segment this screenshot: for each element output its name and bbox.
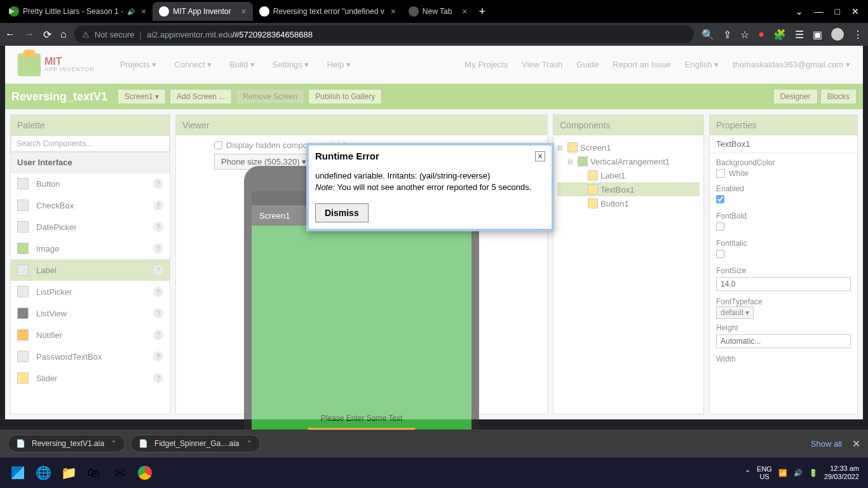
search-components-input[interactable] [11, 135, 170, 152]
address-bar[interactable]: ⚠ Not secure | ai2.appinventor.mit.edu/#… [74, 25, 695, 43]
prop-height-input[interactable] [716, 334, 851, 348]
palette-item-image[interactable]: Image? [11, 238, 170, 259]
start-button[interactable] [5, 460, 31, 485]
extensions-icon[interactable]: 🧩 [773, 29, 786, 41]
collapse-icon[interactable]: ⊟ [567, 158, 575, 165]
prop-fontsize-input[interactable] [716, 277, 851, 291]
tree-screen1[interactable]: ⊟Screen1 [557, 140, 700, 154]
palette-category[interactable]: User Interface [11, 152, 170, 173]
dismiss-button[interactable]: Dismiss [315, 203, 369, 222]
palette-item-button[interactable]: Button? [11, 173, 170, 194]
explorer-icon[interactable]: 📁 [56, 460, 81, 485]
chevron-up-icon[interactable]: ⌃ [246, 439, 252, 448]
help-icon[interactable]: ? [153, 179, 163, 189]
menu-connect[interactable]: Connect ▾ [174, 60, 212, 69]
help-icon[interactable]: ? [153, 330, 163, 340]
show-all-downloads[interactable]: Show all [811, 439, 842, 449]
close-icon[interactable]: ✕ [851, 6, 859, 17]
close-icon[interactable]: × [462, 6, 467, 17]
minimize-icon[interactable]: — [815, 6, 824, 17]
help-icon[interactable]: ? [153, 287, 163, 297]
profile-icon[interactable] [831, 28, 844, 41]
publish-button[interactable]: Publish to Gallery [308, 89, 382, 104]
help-icon[interactable]: ? [153, 308, 163, 318]
help-icon[interactable]: ? [153, 351, 163, 362]
menu-settings[interactable]: Settings ▾ [273, 60, 309, 69]
palette-item-slider[interactable]: Slider? [11, 367, 170, 389]
home-icon[interactable]: ⌂ [60, 29, 67, 40]
help-icon[interactable]: ? [153, 373, 163, 383]
tab-new-tab[interactable]: New Tab × [402, 2, 474, 21]
palette-item-datepicker[interactable]: DatePicker? [11, 216, 170, 238]
prop-enabled-checkbox[interactable] [716, 195, 724, 203]
chrome-icon[interactable] [132, 460, 158, 485]
palette-item-notifier[interactable]: Notifier? [11, 324, 170, 346]
new-tab-button[interactable]: + [474, 2, 491, 21]
screen-selector[interactable]: Screen1 ▾ [118, 89, 166, 104]
mail-icon[interactable]: ✉ [107, 460, 132, 485]
share-icon[interactable]: ⇪ [723, 29, 731, 41]
collapse-icon[interactable]: ⊟ [557, 144, 565, 151]
maximize-icon[interactable]: □ [835, 6, 840, 17]
menu-projects[interactable]: Projects ▾ [120, 60, 157, 69]
palette-item-password[interactable]: PasswordTextBox? [11, 346, 170, 367]
menu-account[interactable]: thomaskaldas363@gmail.com ▾ [733, 60, 850, 69]
tree-textbox1[interactable]: TextBox1 [557, 182, 700, 196]
reading-list-icon[interactable]: ☰ [795, 29, 804, 41]
palette-item-checkbox[interactable]: CheckBox? [11, 194, 170, 216]
blocks-button[interactable]: Blocks [820, 89, 857, 104]
help-icon[interactable]: ? [153, 222, 163, 232]
menu-language[interactable]: English ▾ [685, 60, 719, 69]
remove-screen-button[interactable]: Remove Screen [236, 89, 304, 104]
prop-italic-checkbox[interactable] [716, 250, 724, 258]
palette-item-label[interactable]: Label? [11, 259, 170, 281]
tab-pretty-little-liars[interactable]: ▶ Pretty Little Liars - Season 1 - 🔊 × [3, 2, 153, 21]
help-icon[interactable]: ? [153, 200, 163, 210]
help-icon[interactable]: ? [153, 243, 163, 254]
reload-icon[interactable]: ⟳ [43, 29, 51, 41]
edge-icon[interactable]: 🌐 [31, 460, 56, 485]
menu-help[interactable]: Help ▾ [327, 60, 350, 69]
wifi-icon[interactable]: 📶 [778, 469, 787, 477]
menu-my-projects[interactable]: My Projects [465, 60, 508, 69]
back-icon[interactable]: ← [5, 29, 15, 40]
close-icon[interactable]: ✕ [852, 438, 860, 450]
palette-item-listview[interactable]: ListView? [11, 302, 170, 324]
tray-chevron-icon[interactable]: ⌃ [745, 469, 750, 477]
menu-report-issue[interactable]: Report an Issue [613, 60, 671, 69]
side-panel-icon[interactable]: ▣ [813, 29, 822, 41]
close-icon[interactable]: × [241, 6, 246, 17]
download-item[interactable]: 📄 Fidget_Spinner_Ga....aia ⌃ [130, 435, 260, 452]
prop-bgcolor[interactable]: White [716, 169, 851, 178]
close-icon[interactable]: × [141, 6, 146, 17]
close-icon[interactable]: × [535, 151, 545, 161]
tree-vertical-arrangement[interactable]: ⊟VerticalArrangement1 [557, 154, 700, 168]
battery-icon[interactable]: 🔋 [809, 469, 818, 477]
tab-reversing-text-error[interactable]: Reversing text error "undefined v × [253, 2, 402, 21]
preview-label[interactable]: Please Enter Some Text [321, 414, 403, 423]
extension-icon[interactable]: ● [758, 29, 764, 40]
clock[interactable]: 12:33 am29/03/2022 [824, 464, 863, 481]
palette-item-listpicker[interactable]: ListPicker? [11, 281, 170, 302]
logo[interactable]: MIT APP INVENTOR [18, 53, 95, 76]
designer-button[interactable]: Designer [773, 89, 818, 104]
menu-icon[interactable]: ⋮ [853, 29, 863, 41]
zoom-icon[interactable]: 🔍 [702, 29, 714, 41]
store-icon[interactable]: 🛍 [81, 460, 107, 485]
chevron-down-icon[interactable]: ⌄ [796, 6, 803, 17]
prop-bold-checkbox[interactable] [716, 222, 724, 231]
menu-guide[interactable]: Guide [576, 60, 599, 69]
star-icon[interactable]: ☆ [740, 29, 749, 41]
chevron-up-icon[interactable]: ⌃ [111, 439, 117, 448]
help-icon[interactable]: ? [153, 265, 163, 275]
close-icon[interactable]: × [391, 6, 396, 17]
prop-typeface-select[interactable]: default ▾ [716, 306, 754, 319]
tree-label1[interactable]: Label1 [557, 168, 700, 182]
add-screen-button[interactable]: Add Screen ... [170, 89, 232, 104]
language-indicator[interactable]: ENGUS [757, 465, 772, 480]
download-item[interactable]: 📄 Reversing_textV1.aia ⌃ [8, 435, 125, 452]
speaker-icon[interactable]: 🔊 [127, 8, 135, 15]
menu-build[interactable]: Build ▾ [229, 60, 255, 69]
tree-button1[interactable]: Button1 [557, 196, 700, 210]
volume-icon[interactable]: 🔊 [794, 469, 803, 477]
